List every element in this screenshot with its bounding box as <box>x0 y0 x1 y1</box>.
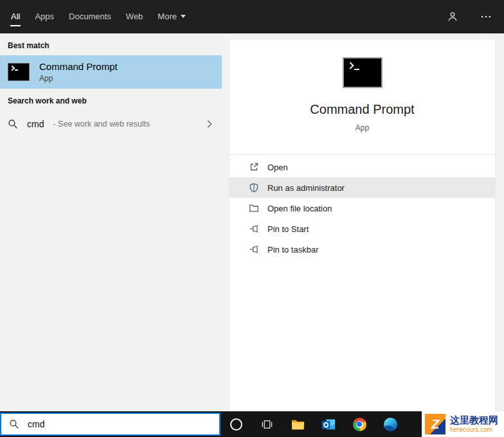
cortana-icon <box>230 418 242 431</box>
watermark: Z 这里教程网 herecours.com <box>422 411 504 437</box>
tab-web[interactable]: Web <box>125 8 144 26</box>
taskbar: cmd <box>0 411 504 437</box>
tab-more[interactable]: More <box>157 8 186 26</box>
chevron-right-icon[interactable] <box>205 120 214 129</box>
best-match-title: Command Prompt <box>39 61 118 72</box>
person-icon <box>447 11 458 22</box>
command-prompt-icon-large <box>343 57 382 88</box>
watermark-site-name: 这里教程网 <box>450 415 498 426</box>
best-match-result[interactable]: Command Prompt App <box>0 55 222 89</box>
best-match-subtitle: App <box>39 74 118 83</box>
action-open-file-location-label: Open file location <box>267 204 332 213</box>
tab-apps-label: Apps <box>35 12 54 21</box>
watermark-site-url: herecours.com <box>450 426 498 434</box>
search-web-header: Search work and web <box>0 89 222 111</box>
app-hero: Command Prompt App <box>230 39 495 132</box>
more-options-button[interactable] <box>478 9 494 24</box>
file-explorer-button[interactable] <box>282 411 313 437</box>
app-title: Command Prompt <box>310 102 414 117</box>
edge-button[interactable] <box>375 411 406 437</box>
action-open[interactable]: Open <box>230 157 495 177</box>
chrome-button[interactable] <box>344 411 375 437</box>
tab-all[interactable]: All <box>10 8 21 26</box>
tab-documents-label: Documents <box>69 12 111 21</box>
tab-more-label: More <box>158 12 177 21</box>
ellipsis-icon <box>480 11 492 22</box>
outlook-icon <box>321 417 336 432</box>
chevron-down-icon <box>181 15 186 18</box>
watermark-logo-letter: Z <box>431 418 439 431</box>
pin-icon <box>249 244 259 254</box>
app-subtitle: App <box>356 123 369 132</box>
app-preview-card: Command Prompt App Open <box>229 39 496 411</box>
taskbar-buttons <box>221 411 406 437</box>
account-button[interactable] <box>445 9 460 24</box>
action-open-label: Open <box>267 163 288 172</box>
task-view-button[interactable] <box>251 411 282 437</box>
action-run-as-administrator[interactable]: Run as administrator <box>230 177 495 198</box>
admin-shield-icon <box>249 183 259 193</box>
action-pin-to-taskbar-label: Pin to taskbar <box>267 245 319 254</box>
pin-icon <box>249 224 259 234</box>
chrome-icon <box>353 418 366 431</box>
tab-web-label: Web <box>126 12 143 21</box>
watermark-text: 这里教程网 herecours.com <box>450 415 498 434</box>
action-open-file-location[interactable]: Open file location <box>230 198 495 219</box>
tab-all-label: All <box>11 12 20 21</box>
watermark-logo: Z <box>425 414 446 434</box>
open-icon <box>249 162 259 172</box>
action-run-as-administrator-label: Run as administrator <box>267 183 345 193</box>
tab-documents[interactable]: Documents <box>68 8 112 26</box>
cortana-button[interactable] <box>221 411 251 437</box>
action-pin-to-start[interactable]: Pin to Start <box>230 219 495 239</box>
app-actions-list: Open Run as administrator <box>230 155 495 260</box>
windows-search-panel: All Apps Documents Web More <box>0 0 504 437</box>
taskbar-search-input[interactable]: cmd <box>0 413 221 436</box>
task-view-icon <box>261 418 273 431</box>
web-suggestion-query: cmd <box>27 119 44 129</box>
web-suggestion-hint: - See work and web results <box>53 120 150 129</box>
action-pin-to-start-label: Pin to Start <box>267 224 309 234</box>
best-match-text: Command Prompt App <box>39 61 118 83</box>
preview-pane: Command Prompt App Open <box>222 33 504 411</box>
action-pin-to-taskbar[interactable]: Pin to taskbar <box>230 239 495 260</box>
filter-tabs: All Apps Documents Web More <box>10 0 186 33</box>
best-match-header: Best match <box>0 33 222 55</box>
search-results-area: Best match Command Prompt App Search wor… <box>0 33 504 411</box>
results-list: Best match Command Prompt App Search wor… <box>0 33 222 411</box>
search-filter-bar: All Apps Documents Web More <box>0 0 504 33</box>
folder-icon <box>249 203 259 213</box>
search-icon <box>8 119 18 129</box>
search-icon <box>9 419 19 429</box>
web-suggestion-item[interactable]: cmd - See work and web results <box>0 112 222 136</box>
command-prompt-icon <box>8 63 30 81</box>
outlook-button[interactable] <box>313 411 344 437</box>
tab-apps[interactable]: Apps <box>34 8 55 26</box>
file-explorer-icon <box>291 417 305 432</box>
edge-icon <box>384 418 397 431</box>
search-input-value: cmd <box>28 419 44 429</box>
topbar-actions <box>445 9 494 24</box>
